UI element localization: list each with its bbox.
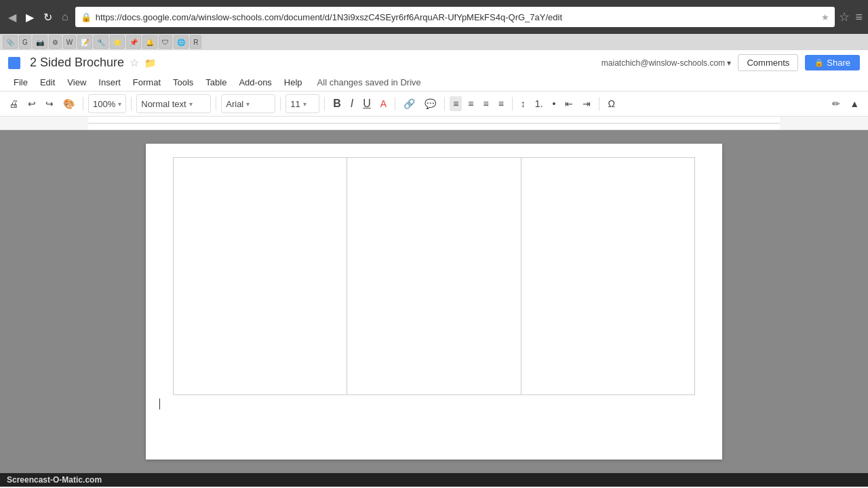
zoom-value: 100% [93, 99, 115, 109]
document-table [173, 157, 695, 395]
color-button[interactable]: A [377, 96, 390, 111]
edit-pen-button[interactable]: ✏ [829, 96, 844, 111]
table-cell-1[interactable] [174, 158, 347, 395]
fontsize-value: 11 [290, 99, 300, 109]
menu-insert[interactable]: Insert [93, 75, 126, 89]
unordered-list-button[interactable]: • [549, 96, 559, 111]
bookmark-icon[interactable]: ☆ [839, 9, 850, 24]
ruler-inner [88, 117, 780, 129]
menu-help[interactable]: Help [279, 75, 308, 89]
chevron-up-button[interactable]: ▲ [846, 96, 863, 111]
underline-button[interactable]: U [359, 96, 374, 112]
menu-format[interactable]: Format [127, 75, 166, 89]
separator-1 [83, 97, 83, 110]
zoom-dropdown[interactable]: 100% ▾ [88, 94, 126, 113]
align-right-button[interactable]: ≡ [480, 96, 492, 111]
ruler-svg [88, 117, 780, 130]
font-dropdown[interactable]: Arial ▾ [221, 94, 275, 113]
italic-button[interactable]: I [347, 96, 357, 112]
separator-9 [599, 97, 599, 110]
share-button[interactable]: 🔒 Share [805, 55, 860, 70]
ext-item-9[interactable]: 📌 [126, 35, 141, 49]
lock-icon: 🔒 [81, 12, 92, 22]
ext-item-10[interactable]: 🔔 [142, 35, 157, 49]
paint-format-button[interactable]: 🎨 [60, 96, 78, 111]
text-cursor [159, 399, 160, 409]
user-email[interactable]: maiatchich@winslow-schools.com ▾ [601, 58, 732, 68]
align-left-button[interactable]: ≡ [450, 96, 462, 111]
table-cell-2[interactable] [347, 158, 521, 395]
share-lock-icon: 🔒 [814, 58, 824, 67]
font-value: Arial [226, 99, 243, 109]
menu-table[interactable]: Table [200, 75, 232, 89]
undo-button[interactable]: ↩ [24, 96, 39, 111]
title-right: maiatchich@winslow-schools.com ▾ Comment… [601, 54, 860, 71]
save-status: All changes saved in Drive [317, 77, 421, 87]
favorite-star-icon[interactable]: ☆ [130, 56, 139, 69]
redo-button[interactable]: ↪ [42, 96, 57, 111]
extension-bar: 📎 G 📷 ⚙ W 📝 🔧 ⭐ 📌 🔔 🛡 🌐 R [0, 34, 868, 50]
back-button[interactable]: ◀ [5, 9, 19, 25]
separator-7 [444, 97, 445, 110]
browser-icons: ☆ ≡ [839, 9, 863, 24]
app-icon [8, 57, 20, 69]
forward-button[interactable]: ▶ [23, 9, 37, 25]
style-value: Normal text [141, 99, 186, 109]
cursor-area[interactable] [146, 395, 722, 412]
browser-chrome: ◀ ▶ ↻ ⌂ 🔒 ★ ☆ ≡ [0, 0, 868, 34]
ext-item-1[interactable]: 📎 [3, 35, 18, 49]
menu-tools[interactable]: Tools [167, 75, 199, 89]
ext-item-11[interactable]: 🛡 [159, 35, 172, 49]
ext-item-2[interactable]: G [19, 35, 31, 49]
table-cell-3[interactable] [521, 158, 694, 395]
menu-edit[interactable]: Edit [35, 75, 60, 89]
ext-item-6[interactable]: 📝 [77, 35, 92, 49]
screencast-label: Screencast-O-Matic.com [7, 475, 102, 485]
print-button[interactable]: 🖨 [5, 96, 22, 111]
menu-icon[interactable]: ≡ [855, 10, 863, 24]
line-spacing-button[interactable]: ↕ [517, 96, 529, 111]
document-title[interactable]: 2 Sided Brochure [30, 56, 124, 70]
ext-item-8[interactable]: ⭐ [110, 35, 125, 49]
ext-item-7[interactable]: 🔧 [94, 35, 108, 49]
fontsize-dropdown[interactable]: 11 ▾ [285, 94, 319, 113]
document-area[interactable] [0, 130, 868, 473]
document-page [146, 144, 722, 460]
folder-icon[interactable]: 📁 [144, 58, 156, 68]
indent-more-button[interactable]: ⇥ [579, 96, 594, 111]
menu-view[interactable]: View [62, 75, 92, 89]
menu-bar: File Edit View Insert Format Tools Table… [8, 74, 860, 91]
align-center-button[interactable]: ≡ [465, 96, 477, 111]
address-bar-container[interactable]: 🔒 ★ [75, 7, 835, 27]
fontsize-arrow-icon: ▾ [303, 100, 307, 108]
address-bar[interactable] [96, 12, 818, 22]
ext-item-4[interactable]: ⚙ [49, 35, 62, 49]
special-chars-button[interactable]: Ω [604, 96, 618, 111]
title-left: 2 Sided Brochure ☆ 📁 [8, 56, 156, 70]
ext-item-5[interactable]: W [63, 35, 76, 49]
indent-less-button[interactable]: ⇤ [561, 96, 576, 111]
separator-2 [131, 97, 132, 110]
ruler [0, 117, 868, 130]
separator-6 [395, 97, 395, 110]
ext-item-3[interactable]: 📷 [33, 35, 47, 49]
menu-file[interactable]: File [8, 75, 33, 89]
link-button[interactable]: 🔗 [400, 96, 418, 111]
docs-header: 2 Sided Brochure ☆ 📁 maiatchich@winslow-… [0, 50, 868, 92]
bottom-bar: Screencast-O-Matic.com [0, 473, 868, 487]
ordered-list-button[interactable]: 1. [532, 96, 547, 111]
align-justify-button[interactable]: ≡ [495, 96, 507, 111]
bold-button[interactable]: B [330, 96, 344, 112]
menu-addons[interactable]: Add-ons [233, 75, 277, 89]
separator-3 [216, 97, 216, 110]
ext-item-12[interactable]: 🌐 [174, 35, 189, 49]
comments-button[interactable]: Comments [738, 54, 798, 71]
ext-item-13[interactable]: R [190, 35, 201, 49]
style-dropdown[interactable]: Normal text ▾ [136, 94, 211, 113]
toolbar: 🖨 ↩ ↪ 🎨 100% ▾ Normal text ▾ Arial ▾ 11 … [0, 92, 868, 117]
refresh-button[interactable]: ↻ [41, 9, 55, 25]
home-button[interactable]: ⌂ [59, 9, 71, 24]
title-row: 2 Sided Brochure ☆ 📁 maiatchich@winslow-… [8, 54, 860, 71]
comment-button[interactable]: 💬 [421, 96, 439, 111]
star-icon[interactable]: ★ [821, 12, 829, 22]
